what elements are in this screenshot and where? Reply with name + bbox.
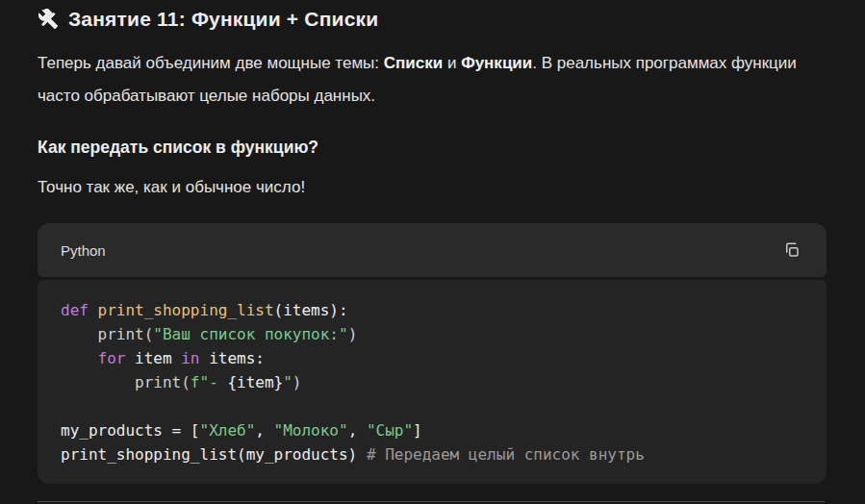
code-token-keyword: in [181, 349, 199, 367]
code-token-bright: my_products = [ [61, 421, 200, 440]
text: и [443, 54, 461, 72]
code-token-keyword: def [61, 301, 98, 319]
copy-code-button[interactable] [778, 237, 805, 264]
question-subheading: Как передать список в функцию? [38, 138, 827, 158]
copy-icon [783, 241, 801, 259]
code-line: print("Ваш список покупок:") [61, 322, 803, 346]
code-token-string: "Ваш список покупок:" [153, 325, 347, 343]
bold-text: Списки [384, 54, 443, 72]
intro-paragraph: Теперь давай объединим две мощные темы: … [38, 47, 827, 113]
code-token-bright: ] [413, 421, 422, 440]
code-token-string: "Сыр" [367, 421, 413, 440]
chat-message-page: Занятие 11: Функции + Списки Теперь дава… [0, 0, 865, 504]
code-editor-content: def print_shopping_list(items): print("В… [38, 280, 827, 484]
code-line: for item in items: [61, 346, 803, 370]
code-token-string: " [283, 373, 293, 391]
code-line: my_products = ["Хлеб", "Молоко", "Сыр"] [61, 418, 803, 442]
code-token-bright: , [348, 421, 367, 440]
message-divider [38, 501, 825, 502]
code-line [61, 394, 803, 418]
code-token-comment: # Передаем целый список внутрь [367, 445, 645, 464]
lesson-heading-text: Занятие 11: Функции + Списки [68, 8, 378, 31]
code-token-default [61, 349, 98, 367]
hammer-wrench-icon [38, 9, 59, 30]
code-token-string: "Молоко" [274, 421, 348, 440]
code-token-keyword: for [98, 349, 126, 367]
code-token-bright: {item} [227, 373, 283, 391]
code-token-bright: print_shopping_list(my_products) [61, 445, 367, 464]
code-block: Python def print_shopping_list(items): p… [38, 223, 827, 484]
code-line: print_shopping_list(my_products) # Перед… [61, 442, 803, 466]
code-block-header: Python [38, 223, 827, 277]
code-token-string: f"- [191, 373, 228, 391]
code-line: def print_shopping_list(items): [61, 298, 803, 322]
code-language-label: Python [61, 242, 106, 259]
code-line: print(f"- {item}") [61, 370, 803, 394]
text: Теперь давай объединим две мощные темы: [38, 54, 384, 72]
code-token-default: ) [348, 325, 358, 343]
lesson-heading: Занятие 11: Функции + Списки [38, 0, 827, 31]
code-token-bright: item [125, 349, 181, 367]
bold-text: Функции [461, 54, 532, 72]
code-token-bright: (items): [274, 301, 348, 319]
code-token-default: print( [61, 325, 153, 343]
code-token-bright: items: [200, 349, 265, 367]
code-token-bright: , [255, 421, 273, 440]
code-token-default: ) [293, 373, 302, 391]
code-token-default: print( [61, 373, 191, 391]
answer-paragraph: Точно так же, как и обычное число! [38, 178, 827, 197]
code-token-string: "Хлеб" [200, 421, 256, 440]
code-token-function: print_shopping_list [98, 301, 274, 319]
